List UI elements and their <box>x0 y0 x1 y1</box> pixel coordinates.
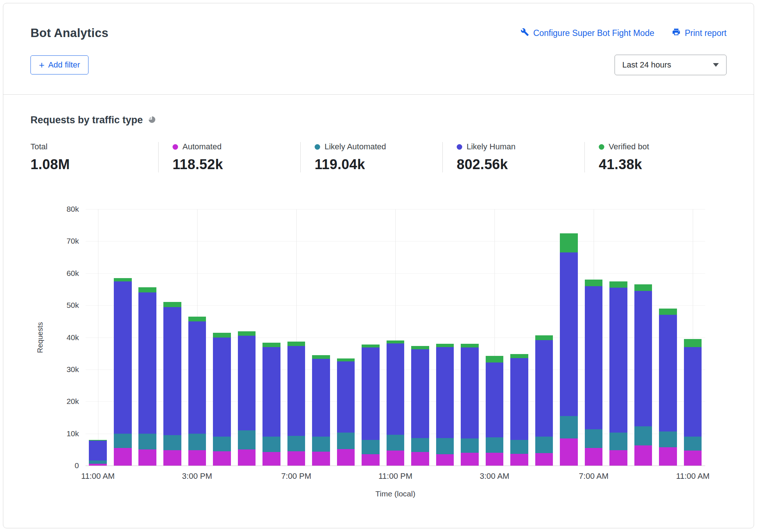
bar-segment-verified-bot[interactable] <box>262 343 280 347</box>
stacked-bar[interactable] <box>535 335 553 466</box>
bar-segment-automated[interactable] <box>510 454 528 466</box>
bar-segment-likely-automated[interactable] <box>213 437 231 451</box>
stacked-bar[interactable] <box>362 345 380 466</box>
stacked-bar[interactable] <box>510 354 528 466</box>
bar-segment-likely-human[interactable] <box>138 292 156 433</box>
bar-segment-likely-human[interactable] <box>188 321 206 434</box>
bar-segment-verified-bot[interactable] <box>461 344 479 347</box>
stacked-bar[interactable] <box>89 440 107 466</box>
bar-segment-likely-automated[interactable] <box>585 429 603 448</box>
bar-segment-verified-bot[interactable] <box>510 354 528 358</box>
stacked-bar[interactable] <box>188 317 206 466</box>
bar-segment-likely-automated[interactable] <box>287 436 305 451</box>
bar-segment-likely-automated[interactable] <box>188 434 206 450</box>
bar-segment-verified-bot[interactable] <box>114 278 132 281</box>
bar-segment-likely-automated[interactable] <box>411 438 429 452</box>
stacked-bar[interactable] <box>411 346 429 466</box>
stacked-bar[interactable] <box>337 358 355 466</box>
bar-segment-likely-automated[interactable] <box>634 426 652 445</box>
bar-segment-verified-bot[interactable] <box>486 356 504 362</box>
bar-segment-likely-human[interactable] <box>114 281 132 434</box>
bar-segment-automated[interactable] <box>486 453 504 466</box>
bar-segment-likely-automated[interactable] <box>89 460 107 464</box>
bar-segment-verified-bot[interactable] <box>609 281 627 288</box>
bar-segment-likely-human[interactable] <box>585 286 603 430</box>
bar-segment-likely-human[interactable] <box>362 347 380 440</box>
bar-segment-verified-bot[interactable] <box>634 284 652 291</box>
bar-segment-likely-automated[interactable] <box>337 433 355 449</box>
stacked-bar[interactable] <box>238 331 256 466</box>
bar-segment-verified-bot[interactable] <box>585 280 603 286</box>
bar-segment-verified-bot[interactable] <box>138 287 156 292</box>
bar-segment-likely-automated[interactable] <box>362 440 380 454</box>
bar-segment-automated[interactable] <box>461 453 479 466</box>
stacked-bar[interactable] <box>436 344 454 466</box>
bar-segment-automated[interactable] <box>213 451 231 466</box>
bar-segment-verified-bot[interactable] <box>362 345 380 348</box>
bar-segment-automated[interactable] <box>287 451 305 466</box>
bar-segment-verified-bot[interactable] <box>287 342 305 346</box>
bar-segment-likely-automated[interactable] <box>659 431 677 448</box>
bar-segment-likely-automated[interactable] <box>436 438 454 454</box>
bar-segment-likely-human[interactable] <box>262 347 280 437</box>
stacked-bar[interactable] <box>486 356 504 466</box>
stacked-bar[interactable] <box>114 278 132 466</box>
stacked-bar[interactable] <box>387 340 405 466</box>
print-report-link[interactable]: Print report <box>672 28 727 39</box>
stacked-bar[interactable] <box>659 309 677 466</box>
bar-segment-likely-automated[interactable] <box>312 437 330 452</box>
stacked-bar[interactable] <box>262 343 280 466</box>
bar-segment-likely-human[interactable] <box>535 340 553 437</box>
bar-segment-verified-bot[interactable] <box>684 339 702 347</box>
bar-segment-automated[interactable] <box>535 453 553 466</box>
bar-segment-automated[interactable] <box>362 454 380 466</box>
bar-segment-verified-bot[interactable] <box>213 333 231 337</box>
bar-segment-automated[interactable] <box>188 450 206 466</box>
stacked-bar[interactable] <box>312 355 330 466</box>
bar-segment-likely-human[interactable] <box>238 336 256 430</box>
stacked-bar[interactable] <box>287 342 305 466</box>
bar-segment-automated[interactable] <box>585 448 603 466</box>
stacked-bar[interactable] <box>138 287 156 466</box>
stacked-bar[interactable] <box>585 280 603 466</box>
bar-segment-likely-human[interactable] <box>436 347 454 438</box>
bar-segment-likely-automated[interactable] <box>510 440 528 454</box>
bar-segment-likely-automated[interactable] <box>486 437 504 453</box>
bar-segment-automated[interactable] <box>387 451 405 466</box>
bar-segment-likely-human[interactable] <box>287 346 305 436</box>
configure-super-bot-fight-mode-link[interactable]: Configure Super Bot Fight Mode <box>521 28 654 39</box>
bar-segment-likely-human[interactable] <box>312 359 330 437</box>
bar-segment-likely-human[interactable] <box>634 291 652 426</box>
stacked-bar[interactable] <box>560 233 578 466</box>
bar-segment-likely-human[interactable] <box>163 307 181 436</box>
bar-segment-likely-automated[interactable] <box>535 437 553 453</box>
bar-segment-verified-bot[interactable] <box>337 358 355 361</box>
bar-segment-likely-automated[interactable] <box>138 434 156 450</box>
time-range-select[interactable]: Last 24 hours <box>615 55 727 75</box>
bar-segment-likely-human[interactable] <box>89 441 107 460</box>
add-filter-button[interactable]: + Add filter <box>30 55 88 74</box>
bar-segment-automated[interactable] <box>436 454 454 466</box>
bar-segment-likely-automated[interactable] <box>163 435 181 450</box>
bar-segment-verified-bot[interactable] <box>411 346 429 349</box>
bar-segment-likely-automated[interactable] <box>609 433 627 450</box>
bar-segment-automated[interactable] <box>262 452 280 466</box>
stacked-bar[interactable] <box>213 333 231 466</box>
bar-segment-verified-bot[interactable] <box>659 309 677 315</box>
stacked-bar[interactable] <box>163 302 181 466</box>
bar-segment-likely-automated[interactable] <box>387 435 405 451</box>
bar-segment-likely-human[interactable] <box>560 252 578 416</box>
bar-segment-likely-human[interactable] <box>684 347 702 437</box>
bar-segment-verified-bot[interactable] <box>387 340 405 343</box>
bar-segment-automated[interactable] <box>684 451 702 466</box>
bar-segment-verified-bot[interactable] <box>312 355 330 359</box>
bar-segment-likely-automated[interactable] <box>114 434 132 448</box>
bar-segment-automated[interactable] <box>411 452 429 466</box>
bar-segment-verified-bot[interactable] <box>560 233 578 252</box>
stacked-bar[interactable] <box>609 281 627 466</box>
bar-segment-automated[interactable] <box>609 450 627 466</box>
bar-segment-verified-bot[interactable] <box>188 317 206 321</box>
bar-segment-likely-human[interactable] <box>213 338 231 437</box>
bar-segment-automated[interactable] <box>163 450 181 466</box>
bar-segment-likely-human[interactable] <box>411 349 429 438</box>
